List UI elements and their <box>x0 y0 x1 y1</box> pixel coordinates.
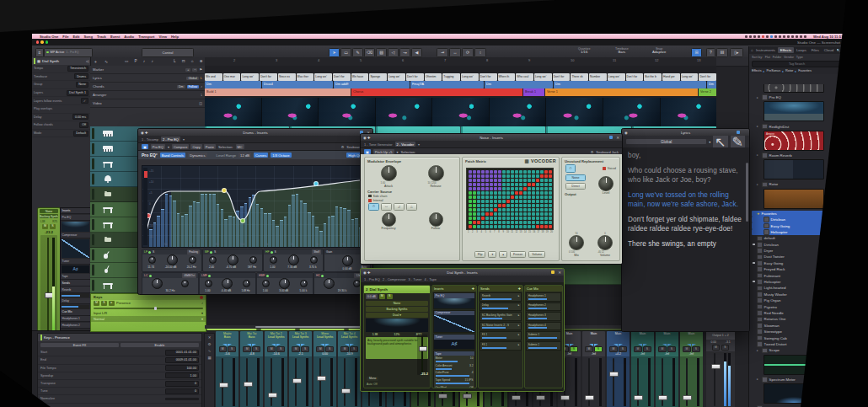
matrix-cell[interactable] <box>536 221 539 224</box>
matrix-cell[interactable] <box>469 204 472 207</box>
matrix-cell[interactable] <box>540 225 544 228</box>
lyric-event[interactable]: But the b <box>644 73 662 81</box>
fader-cap[interactable] <box>268 393 277 398</box>
status-grid-icon[interactable] <box>779 35 781 38</box>
lyric-event[interactable]: Don't for <box>406 73 424 81</box>
matrix-cell[interactable] <box>536 183 539 186</box>
master-fader[interactable] <box>706 351 735 407</box>
matrix-cell[interactable] <box>519 187 522 190</box>
eq-band-hf[interactable]: HFSShelf1.007.30 dB3.70 k <box>263 249 324 272</box>
matrix-cell[interactable] <box>490 174 493 178</box>
matrix-cell[interactable] <box>549 174 552 178</box>
send-item-fx-2[interactable]: FX 2▸ <box>480 341 522 351</box>
solo-button[interactable]: S <box>101 301 107 306</box>
event-enable-button[interactable]: Enable <box>121 343 199 347</box>
matrix-cell[interactable] <box>528 208 531 212</box>
matrix-cell[interactable] <box>515 217 518 220</box>
field-value[interactable]: 0.00 ms <box>72 114 88 120</box>
matrix-cell[interactable] <box>528 183 531 186</box>
pointer-tool-icon[interactable]: ⌖ <box>94 59 97 65</box>
matrix-cell[interactable] <box>469 179 472 182</box>
matrix-cell[interactable] <box>506 204 510 207</box>
matrix-cell[interactable] <box>485 174 489 178</box>
strip-fader-zone[interactable] <box>240 356 263 407</box>
matrix-cell[interactable] <box>469 217 472 220</box>
menu-item-help[interactable]: Help <box>171 35 179 39</box>
fader-cap[interactable] <box>292 378 302 383</box>
event-field-transpose[interactable]: Transpose0 <box>38 380 201 388</box>
matrix-cell[interactable] <box>536 217 539 220</box>
mixer-strip-main-16[interactable]: MainMS+4.2 <box>607 331 630 407</box>
master-output-strip[interactable]: Output 1 + 2 0.00-3.1 MS <box>706 331 735 407</box>
instrument-label[interactable]: Presence <box>116 301 131 305</box>
band-knob[interactable] <box>205 280 212 287</box>
cue-header[interactable]: Cue Mix <box>525 286 562 292</box>
matrix-cell[interactable] <box>540 200 544 203</box>
matrix-cell[interactable] <box>481 200 485 203</box>
matrix-cell[interactable] <box>498 170 501 174</box>
macro-panel[interactable]: MP Active 1 - Pro EQ <box>44 48 93 57</box>
tempo-tap-button[interactable]: ♁ <box>474 48 486 57</box>
matrix-cell[interactable] <box>490 195 493 199</box>
selected-track-header[interactable]: Keys M S ▸ Presence ♪ Input L/R▾ Normal▾ <box>90 293 206 332</box>
chord-event-fmaj7-a[interactable]: Fmaj7/A <box>410 81 484 88</box>
dock-send-delay[interactable]: Delay <box>61 298 90 304</box>
matrix-cell[interactable] <box>502 183 506 186</box>
listen-tool-button[interactable]: ◀ <box>411 48 422 57</box>
matrix-cell[interactable] <box>523 204 527 207</box>
lyric-event[interactable]: There sh <box>571 73 588 81</box>
matrix-cell[interactable] <box>490 208 493 212</box>
dock-bus-select[interactable]: Backing Synths <box>40 214 58 218</box>
dock-mute-button[interactable]: M <box>42 224 48 229</box>
matrix-cell[interactable] <box>523 191 527 195</box>
matrix-cell[interactable] <box>473 208 476 212</box>
matrix-cell[interactable] <box>485 179 489 182</box>
loop-button[interactable]: ↔ <box>449 48 461 57</box>
eq-curve[interactable] <box>142 166 368 247</box>
matrix-cell[interactable] <box>494 225 497 228</box>
inspector-field-tempo[interactable]: TempoTimestretch <box>32 65 90 73</box>
matrix-cell[interactable] <box>528 191 531 195</box>
lyric-event[interactable]: Don't for <box>260 73 277 81</box>
status-color-wheel-icon[interactable] <box>762 35 764 38</box>
matrix-cell[interactable] <box>532 195 535 199</box>
field-value[interactable]: 0009.01.01.00 <box>165 357 199 363</box>
cue-slider[interactable] <box>528 337 558 339</box>
matrix-cell[interactable] <box>498 200 501 203</box>
cue-item-headphones-1[interactable]: Headphones 1 <box>526 292 561 302</box>
pin-icon[interactable] <box>609 136 613 139</box>
send-power[interactable]: ▸ <box>518 333 520 336</box>
chords-lane-header[interactable]: ChordsDmFollow♪ <box>90 83 205 91</box>
matrix-cell[interactable] <box>519 170 522 174</box>
matrix-cell[interactable] <box>473 174 476 178</box>
lyrics-paragraph[interactable]: Long we've tossed on the rolling main, n… <box>628 190 743 210</box>
knob-dial[interactable] <box>382 212 396 227</box>
power-button[interactable]: ⏻ <box>565 164 576 173</box>
field-value[interactable]: 1.00 <box>165 372 199 378</box>
inspector-field-layers-follow-events[interactable]: Layers follow events✓ <box>32 97 90 105</box>
field-value[interactable]: Timestretch <box>67 66 88 72</box>
matrix-cell[interactable] <box>477 225 480 228</box>
mixer-strip-lead-synths-3[interactable]: Mai Tai 3Lead SynthsMS-2.1 <box>289 331 312 407</box>
band-knob[interactable] <box>209 256 217 264</box>
eq-band-lmf[interactable]: LMF1.00-0.40 dB148 Hz <box>199 272 256 295</box>
mixer-strip-lead-synths-2[interactable]: Mai Tai 2Lead SynthsMS-14.6 <box>265 331 287 407</box>
video-thumbnail[interactable] <box>376 98 432 126</box>
mute-tool-button[interactable]: ◁ <box>388 48 399 57</box>
lyrics-paragraph[interactable]: Don't forget yer old shipmate, faldee ra… <box>628 215 743 234</box>
matrix-cell[interactable] <box>544 179 548 182</box>
strip-name[interactable]: Mai Tai 2Lead Synths <box>265 331 287 343</box>
insert-item-compressor[interactable]: Compressor <box>433 310 475 334</box>
fader-cap[interactable] <box>536 395 545 400</box>
band-knob[interactable] <box>310 256 318 264</box>
send-name[interactable]: SC Backing Synths Gain▸ <box>480 313 521 318</box>
range-tool-button[interactable]: ▭ <box>340 48 351 57</box>
matrix-cell[interactable] <box>540 179 544 182</box>
video-thumbnail[interactable] <box>603 98 660 126</box>
matrix-cell[interactable] <box>519 183 522 186</box>
matrix-cell[interactable] <box>515 191 518 195</box>
matrix-cell[interactable] <box>549 217 552 220</box>
matrix-cell[interactable] <box>515 174 518 178</box>
arranger-lane-header[interactable]: Arranger⤵ <box>90 91 205 99</box>
matrix-cell[interactable] <box>477 221 480 224</box>
